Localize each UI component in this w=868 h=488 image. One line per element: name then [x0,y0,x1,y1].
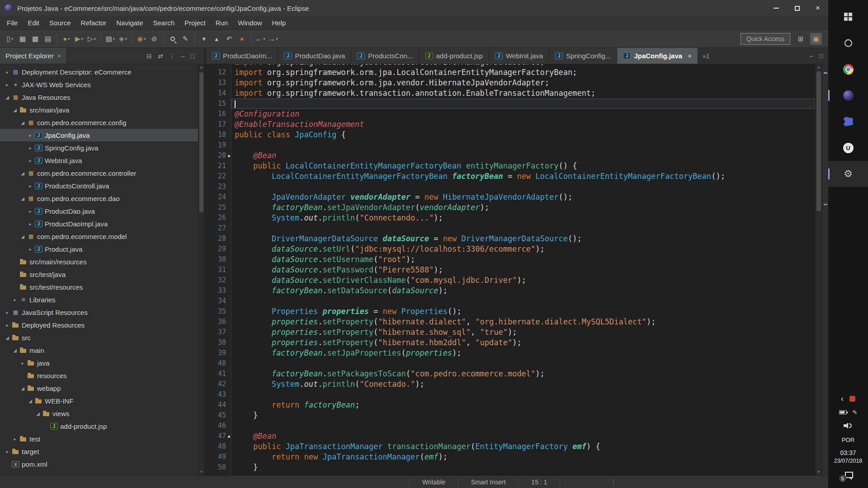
tree-collapsed-arrow-icon[interactable]: ▸ [27,247,34,252]
tree-item-views[interactable]: ◢views [0,407,204,420]
tree-item-src-test-java[interactable]: src/test/java [0,268,204,281]
taskbar-start-button[interactable] [828,4,868,30]
editor-tab-webinit-java[interactable]: JWebInit.java [489,48,549,64]
scroll-down-icon[interactable]: ▼ [816,469,822,475]
clock[interactable]: 03:37 23/07/2018 [834,447,863,466]
tree-item-product-java[interactable]: ▸JProduct.java [0,243,204,255]
toolbar-devstyle-button[interactable]: ● [236,32,248,46]
project-explorer-tab[interactable]: Project Explorer × [0,48,67,64]
taskbar-unreal-engine-button[interactable]: U [828,135,868,161]
code-line-41[interactable]: 41 factoryBean.setPackagesToScan("com.pe… [206,369,815,379]
pen-icon[interactable]: ✎ [853,409,858,416]
tree-item-target[interactable]: ▸target [0,445,204,458]
minimize-view-icon[interactable]: – [181,52,185,60]
scroll-thumb[interactable] [199,72,203,212]
language-indicator[interactable]: POR [842,432,854,447]
tree-item-pom-xml[interactable]: xpom.xml [0,458,204,470]
code-line-19[interactable]: 19 [206,140,815,150]
code-line-46[interactable]: 46 [206,421,815,431]
tree-item-productscontroll-java[interactable]: ▸JProductsControll.java [0,179,204,192]
menu-refactor[interactable]: Refactor [76,16,112,30]
tree-collapsed-arrow-icon[interactable]: ▸ [4,449,11,454]
menu-search[interactable]: Search [148,16,179,30]
action-center-button[interactable]: 5 [843,472,853,481]
code-line-20[interactable]: 20 @Bean [206,150,815,161]
scroll-up-icon[interactable]: ▲ [198,64,204,70]
tree-expanded-arrow-icon[interactable]: ◢ [19,386,26,391]
code-line-24[interactable]: 24 JpaVendorAdapter vendorAdapter = new … [206,192,815,202]
tree-item-springconfig-java[interactable]: ▸JSpringConfig.java [0,141,204,154]
toolbar-debug-button[interactable]: ●▾ [60,32,73,46]
tree-item-resources[interactable]: resources [0,369,204,382]
tree-item-webinit-java[interactable]: ▸JWebInit.java [0,154,204,167]
code-line-22[interactable]: 22 LocalContainerEntityManagerFactoryBea… [206,171,815,182]
tree-item-com-pedro-ecommerce-controller[interactable]: ◢▦com.pedro.ecommerce.controller [0,167,204,179]
taskbar-chrome-button[interactable] [828,56,868,82]
code-line-13[interactable]: 13import org.springframework.orm.jpa.ven… [206,78,815,88]
tree-item-com-pedro-ecommerce-config[interactable]: ◢▦com.pedro.ecommerce.config [0,116,204,129]
tab-overflow-indicator[interactable]: »1 [698,48,714,64]
tree-collapsed-arrow-icon[interactable]: ▸ [11,436,19,441]
code-line-25[interactable]: 25 factoryBean.setJpaVendorAdapter(vendo… [206,202,815,213]
toolbar-last-edit-location-button[interactable]: ↶ [223,32,236,46]
tree-item-src-main-resources[interactable]: src/main/resources [0,255,204,268]
code-line-40[interactable]: 40 [206,358,815,369]
tree-item-deployed-resources[interactable]: ▸Deployed Resources [0,319,204,331]
taskbar-search-button[interactable] [828,30,868,56]
tree-expanded-arrow-icon[interactable]: ◢ [4,335,11,340]
tree-expanded-arrow-icon[interactable]: ◢ [19,234,26,239]
toolbar-next-annotation-button[interactable]: ▾ [198,32,210,46]
toolbar-skip-all-breakpoints-button[interactable]: ⊘ [148,32,160,46]
minimize-button[interactable] [766,0,787,16]
code-line-48[interactable]: 48 public JpaTransactionManager transact… [206,441,815,452]
editor-tab-jpaconfig-java[interactable]: JJpaConfig.java× [617,48,698,64]
toolbar-save-button[interactable]: ▦ [16,32,29,46]
menu-file[interactable]: File [2,16,23,30]
code-line-26[interactable]: 26 System.out.println("Connectando..."); [206,213,815,223]
code-line-28[interactable]: 28 DriverManagerDataSource dataSource = … [206,234,815,244]
tray-app-icon[interactable] [849,396,855,402]
overview-ruler[interactable] [822,64,828,475]
view-menu-icon[interactable]: ⋮ [169,52,175,60]
menu-source[interactable]: Source [44,16,76,30]
java-ee-perspective-button[interactable]: ▣ [810,33,822,45]
menu-window[interactable]: Window [233,16,267,30]
menu-help[interactable]: Help [267,16,291,30]
tree-item-src[interactable]: ◢src [0,331,204,344]
tree-item-java-resources[interactable]: ◢▦Java Resources [0,91,204,103]
code-line-32[interactable]: 32 dataSource.setDriverClassName("com.my… [206,275,815,286]
code-line-21[interactable]: 21 public LocalContainerEntityManagerFac… [206,161,815,171]
tree-expanded-arrow-icon[interactable]: ◢ [34,411,42,416]
taskbar-eclipse-button[interactable] [828,82,868,108]
code-line-35[interactable]: 35 Properties properties = new Propertie… [206,306,815,317]
tree-expanded-arrow-icon[interactable]: ◢ [11,108,19,113]
tree-collapsed-arrow-icon[interactable]: ▸ [27,145,34,150]
editor-tab-add-product-jsp[interactable]: Jadd-product.jsp [420,48,489,64]
editor-tab-productscon[interactable]: JProductsCon... [351,48,419,64]
menu-navigate[interactable]: Navigate [111,16,148,30]
menu-edit[interactable]: Edit [23,16,44,30]
code-line-36[interactable]: 36 properties.setProperty("hibernate.dia… [206,317,815,327]
toolbar-run-external-tools-button[interactable]: ▷▾ [85,32,98,46]
tree-item-deployment-descriptor-ecommerce[interactable]: ▸▤Deployment Descriptor: eCommerce [0,66,204,78]
tree-item-libraries[interactable]: ▸≡Libraries [0,293,204,306]
open-perspective-button[interactable]: ⊞ [795,33,807,45]
tree-item-productdao-java[interactable]: ▸JProductDao.java [0,205,204,217]
maximize-view-icon[interactable]: □ [819,52,823,59]
hidden-icons-chevron[interactable]: ‹ [841,394,844,403]
scroll-up-icon[interactable]: ▲ [816,64,822,70]
tree-item-java[interactable]: ▸java [0,357,204,369]
code-line-15[interactable]: 15 [206,99,815,109]
minimize-view-icon[interactable]: – [810,52,813,59]
tree-collapsed-arrow-icon[interactable]: ▸ [27,158,34,163]
toolbar-coverage-button[interactable]: ◉▾ [135,32,148,46]
code-line-42[interactable]: 42 System.out.println("Conectado."); [206,379,815,389]
code-line-23[interactable]: 23 [206,182,815,192]
tree-collapsed-arrow-icon[interactable]: ▸ [27,133,34,138]
code-line-29[interactable]: 29 dataSource.setUrl("jdbc:mysql://local… [206,244,815,254]
battery-icon[interactable] [839,410,847,414]
tree-item-src-test-resources[interactable]: src/test/resources [0,281,204,293]
tree-item-src-main-java[interactable]: ◢src/main/java [0,103,204,116]
tree-collapsed-arrow-icon[interactable]: ▸ [11,297,19,302]
tree-item-test[interactable]: ▸test [0,432,204,445]
